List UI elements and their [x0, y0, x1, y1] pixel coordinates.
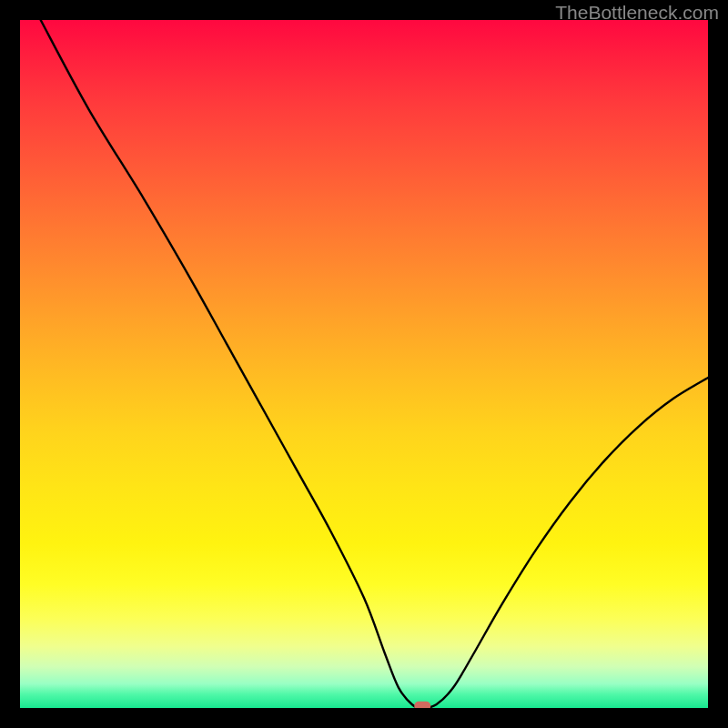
bottleneck-curve — [41, 20, 708, 708]
chart-container: TheBottleneck.com — [0, 0, 728, 728]
curve-svg — [20, 20, 708, 708]
watermark-text: TheBottleneck.com — [555, 2, 719, 24]
min-marker — [414, 702, 430, 708]
plot-area — [20, 20, 708, 708]
